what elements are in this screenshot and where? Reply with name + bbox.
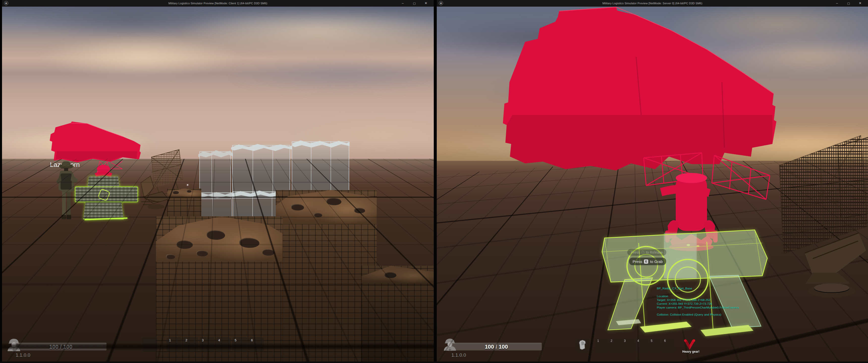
press-label: Press: [632, 259, 642, 264]
hotbar-slot-5[interactable]: 5: [649, 338, 661, 352]
heavy-gear-chevron-icon: [682, 338, 697, 351]
highlighted-radar-base-green: [75, 175, 141, 226]
release-prompt: Press to Release: [627, 249, 666, 256]
armor-item-icon: [579, 340, 587, 350]
hotbar-slot-3[interactable]: 3: [622, 338, 634, 352]
health-bar: 100 / 100: [451, 343, 542, 351]
dirt-gabion: [362, 266, 434, 362]
equip-slot[interactable]: [142, 337, 157, 352]
version-label: 1.1.0.0: [16, 353, 30, 358]
hotbar-slot-3[interactable]: 3: [199, 337, 215, 352]
grab-prompt: Press E to Grab: [629, 258, 666, 265]
server-window-title: Military Logistics Simulator Preview [Ne…: [437, 0, 868, 6]
health-bar: 100 / 100: [15, 343, 106, 351]
press-label: Press: [631, 250, 640, 254]
crosshair-dot: [187, 184, 188, 186]
hotbar-slot-2[interactable]: 2: [609, 338, 621, 352]
debug-location-label: Location: [657, 295, 668, 298]
server-window: u Military Logistics Simulator Preview […: [437, 0, 868, 362]
action-label: to Release: [646, 250, 663, 254]
highlighted-radar-base-ghost: [601, 228, 777, 336]
key-e-badge: E: [644, 259, 648, 264]
debug-current-line: Current: X=355.949 Y=372.739 Z=73.726: [657, 302, 712, 305]
client-window-title: Military Logistics Simulator Preview [Ne…: [2, 0, 434, 6]
mouse-icon: [642, 251, 644, 254]
hotbar-slot-4[interactable]: 4: [216, 337, 231, 352]
heavy-gear-label: Heavy gear!: [677, 350, 705, 354]
client-window: u Military Logistics Simulator Preview […: [2, 0, 434, 362]
hotbar-slot-5[interactable]: 5: [232, 337, 247, 352]
maximize-button[interactable]: ▢: [408, 0, 420, 6]
hotbar-slot-1[interactable]: 1: [166, 337, 182, 352]
hotbar-slot-6[interactable]: 6: [249, 337, 264, 352]
hotbar-slot-2[interactable]: 2: [183, 337, 198, 352]
version-label: 1.1.0.0: [452, 353, 466, 358]
debug-collision-line: Collision: Collision Enabled (Query and …: [657, 313, 721, 316]
mesh-radar-antenna: [775, 133, 868, 314]
server-titlebar[interactable]: u Military Logistics Simulator Preview […: [437, 0, 868, 6]
debug-camera-line: Player camera: BP_ThirdPersonCharMutable…: [657, 306, 739, 309]
server-window-controls: – ▢ ✕: [831, 0, 866, 6]
action-label: to Grab: [650, 259, 662, 264]
taskbar-strip: [0, 362, 868, 363]
minimize-button[interactable]: –: [831, 0, 843, 6]
server-viewport[interactable]: Press to Release Press E to Grab BP_Rada…: [437, 6, 868, 362]
client-window-controls: – ▢ ✕: [397, 0, 432, 6]
hotbar-slot-6[interactable]: 6: [662, 338, 675, 352]
client-titlebar[interactable]: u Military Logistics Simulator Preview […: [2, 0, 434, 6]
debug-actor-name: BP_Radar_CX_Part_Base: [657, 287, 692, 290]
hotbar-slot-1[interactable]: 1: [595, 338, 608, 352]
soldier-character: [54, 159, 80, 232]
maximize-button[interactable]: ▢: [843, 0, 855, 6]
equip-slot[interactable]: [576, 338, 590, 352]
close-button[interactable]: ✕: [855, 0, 866, 6]
minimize-button[interactable]: –: [397, 0, 408, 6]
debug-target-line: Target: X=358.161 Y=372.386 Z=68.252: [657, 298, 711, 301]
hotbar-slot-4[interactable]: 4: [636, 338, 648, 352]
close-button[interactable]: ✕: [420, 0, 432, 6]
client-viewport[interactable]: Lazy.Gorn: [2, 6, 434, 362]
